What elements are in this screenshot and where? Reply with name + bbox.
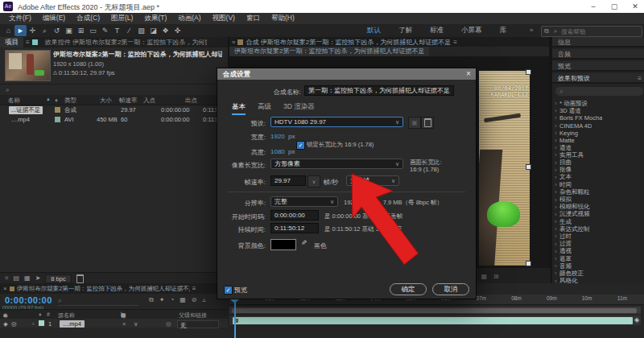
tab-advanced[interactable]: 高级	[258, 102, 271, 113]
menu-item[interactable]: 图层(L)	[105, 14, 138, 23]
menu-item[interactable]: 视图(V)	[207, 14, 241, 23]
project-row[interactable]: ...证据不足 合成 29.97 0:00:00:00 0:11:50:12	[0, 105, 228, 114]
save-preset-icon[interactable]: ▣	[408, 117, 421, 129]
lock-aspect-checkbox[interactable]: ✓	[296, 141, 305, 150]
column-size[interactable]: 大小	[100, 97, 112, 105]
panel-menu-icon[interactable]: ≡	[451, 39, 460, 46]
menu-item[interactable]: 窗口	[241, 14, 266, 23]
twirl-icon[interactable]: ›	[32, 320, 35, 328]
puppet-pin-tool-icon[interactable]: ✜	[171, 25, 184, 36]
workspace-tab[interactable]: 标准	[422, 26, 452, 35]
comp-flowchart-icon[interactable]: ⧉	[149, 296, 154, 304]
graph-editor-icon[interactable]: ▵	[203, 296, 206, 304]
source-name-column[interactable]: 源名称	[58, 311, 75, 319]
comp-panel-tab[interactable]: 合成 伊斯坦布尔疑案2第一期：监控拍下凶杀，为何抓捕犯人却证据不足	[246, 38, 451, 47]
resolution-dropdown[interactable]: 完整 ∨	[270, 196, 338, 207]
close-button[interactable]: ✕	[626, 2, 644, 11]
panel-menu-icon[interactable]: ≡	[192, 285, 196, 292]
viewer-tab[interactable]: 伊斯坦布尔疑案2第一期：监控拍下凶杀，为何抓捕犯人却证据不足	[229, 47, 429, 56]
effect-category[interactable]: › Keying	[552, 130, 644, 137]
layer-duration-bar[interactable]	[233, 317, 633, 324]
menu-item[interactable]: 动画(A)	[172, 14, 206, 23]
dialog-close-icon[interactable]: ×	[462, 68, 475, 80]
layer-name[interactable]: ....mp4	[60, 320, 85, 328]
work-area-bar[interactable]	[232, 308, 637, 313]
help-search-input[interactable]	[559, 27, 632, 36]
maximize-button[interactable]: ▢	[605, 2, 623, 11]
column-name[interactable]: 名称	[8, 97, 20, 105]
menu-item[interactable]: 帮助(H)	[266, 14, 300, 23]
selection-tool-icon[interactable]: ►	[14, 25, 27, 36]
bpc-button[interactable]: 8 bpc	[45, 274, 71, 283]
draft-3d-icon[interactable]: ✦	[159, 296, 165, 304]
menu-item[interactable]: 编辑(E)	[37, 14, 71, 23]
viewer-grid-icon[interactable]: ▦	[481, 273, 487, 280]
selection-handle[interactable]	[526, 164, 531, 170]
panel-effects-presets[interactable]: 效果和预设 ≡	[552, 73, 644, 84]
video-eye-icon[interactable]: ◈	[3, 320, 8, 328]
project-row[interactable]: ....mp4 AVI 450 MB 60 0:00:00:00 0:11:50…	[0, 114, 228, 124]
dialog-title[interactable]: 合成设置	[217, 68, 476, 80]
parent-dropdown[interactable]: 无 ∨	[177, 320, 219, 328]
camera-tool-icon[interactable]: ▣	[63, 25, 75, 36]
close-tab-icon[interactable]: ×	[3, 285, 7, 292]
project-search-row[interactable]: ⌕	[0, 84, 228, 96]
label-color-icon[interactable]: ♦	[55, 97, 58, 104]
eyedropper-icon[interactable]: ✎	[301, 239, 308, 247]
bg-color-swatch[interactable]	[270, 239, 296, 250]
pan-behind-tool-icon[interactable]: ⊞	[75, 25, 87, 36]
workspace-tab[interactable]: 库	[492, 26, 515, 35]
column-fps[interactable]: 帧速率	[119, 97, 138, 105]
comp-marker-icon[interactable]: ◈	[634, 316, 639, 324]
effect-category[interactable]: › CINEMA 4D	[552, 122, 644, 130]
minimize-button[interactable]: –	[584, 2, 602, 11]
sort-asc-icon[interactable]: ▲	[46, 97, 51, 101]
panel-menu-icon[interactable]: ≡	[23, 39, 32, 46]
footage-thumbnail[interactable]	[5, 50, 51, 81]
hand-tool-icon[interactable]: ✛	[27, 25, 39, 36]
audio-icon[interactable]: ◎	[11, 320, 17, 328]
shy-icon[interactable]: ◔	[170, 296, 174, 304]
effect-category[interactable]: › Boris FX Mocha	[552, 114, 644, 122]
workspace-tab[interactable]: 了解	[390, 26, 420, 35]
menu-item[interactable]: 文件(F)	[3, 14, 37, 23]
rotation-tool-icon[interactable]: ↺	[51, 25, 63, 36]
effects-search-box[interactable]: ⌕	[555, 87, 643, 96]
selection-handle[interactable]	[526, 261, 531, 266]
pixel-aspect-dropdown[interactable]: 方形像素 ∨	[270, 159, 403, 169]
panel-expander-icon[interactable]: »	[229, 39, 237, 46]
timeline-search[interactable]: ⌕	[58, 297, 138, 306]
layer-color-swatch[interactable]	[39, 320, 44, 326]
framerate-dropdown-icon[interactable]: ∨	[308, 175, 320, 188]
workspace-tab[interactable]: 默认	[359, 26, 389, 35]
menu-item[interactable]: 效果(T)	[138, 14, 172, 23]
zoom-tool-icon[interactable]: ⌕	[39, 25, 51, 36]
timeline-tab[interactable]: × 伊斯坦布尔疑案2第一期：监控拍下凶杀，为何抓捕犯人却证据不足 ≡	[0, 283, 220, 294]
ok-button[interactable]: 确定	[390, 283, 427, 295]
tab-effect-controls[interactable]: 效果控件 伊斯坦布尔疑案2第一期：监控拍下凶杀，为何抓捕犯人	[40, 38, 207, 47]
video-frame[interactable]: 08/04/2017 KARAKOL C12	[479, 71, 530, 266]
interpret-footage-icon[interactable]: ⌗	[5, 274, 9, 282]
duration-input[interactable]: 0:11:50:12	[270, 223, 319, 233]
panel-preview[interactable]: 预览	[552, 61, 644, 72]
preset-dropdown[interactable]: HDTV 1080 29.97 ∨	[270, 117, 403, 127]
layer-row[interactable]: ◈ ◎ › 1 ....mp4 × ∨ ◎ 无 ∨	[0, 319, 228, 328]
work-area-track[interactable]	[229, 307, 641, 314]
proxy-icon[interactable]: ➤	[35, 274, 41, 282]
lock-icon[interactable]: a	[3, 312, 6, 318]
viewer-mask-icon[interactable]: ⊞	[493, 273, 499, 280]
pen-tool-icon[interactable]: ✎	[99, 25, 111, 36]
label-color-icon[interactable]: ♦	[39, 311, 42, 317]
panel-audio[interactable]: 音频	[552, 49, 644, 60]
workspace-overflow-icon[interactable]: »	[527, 27, 535, 34]
tab-project[interactable]: 项目	[0, 37, 23, 47]
preview-checkbox[interactable]: ✓	[224, 286, 233, 295]
menu-item[interactable]: 合成(C)	[71, 14, 105, 23]
comp-name-input[interactable]: 第一期：监控拍下凶杀，为何抓捕犯人却证据不足	[304, 85, 454, 96]
frame-blend-icon[interactable]: ▦	[180, 296, 186, 304]
tab-3d-renderer[interactable]: 3D 渲染器	[283, 102, 315, 113]
quality-slash-icon[interactable]: ∨	[134, 320, 138, 328]
three-d-switch-icon[interactable]: ⊙	[121, 312, 126, 319]
home-tool-icon[interactable]: ⌂	[2, 25, 14, 36]
panel-menu-icon[interactable]: ≡	[638, 73, 642, 84]
